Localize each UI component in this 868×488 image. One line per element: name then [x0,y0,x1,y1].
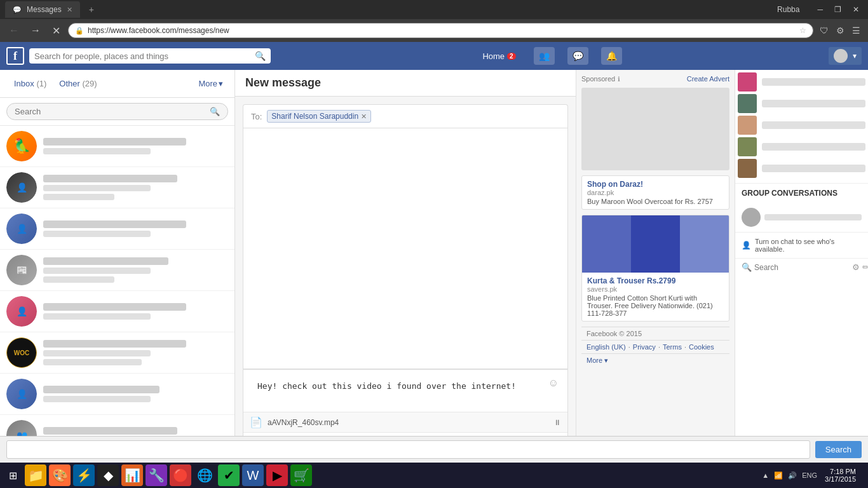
taskbar-app-word[interactable]: W [242,464,264,486]
restore-button[interactable]: ❐ [831,4,845,15]
taskbar-app-visual-studio[interactable]: 🔧 [146,464,167,486]
fb-user-menu[interactable]: ▾ [829,47,862,65]
ad-img-1 [582,215,631,273]
list-item[interactable]: 👤 [0,374,234,415]
taskbar-app-media-player[interactable]: ▶ [266,464,288,486]
browser-tab[interactable]: 💬 Messages ✕ [5,1,80,18]
minimize-button[interactable]: ─ [813,4,827,15]
start-button[interactable]: ⊞ [4,467,22,484]
ad-card-savers: Kurta & Trouser Rs.2799 savers.pk Blue P… [581,215,729,322]
footer-link-english[interactable]: English (UK) [587,343,626,351]
turn-on-chat-button[interactable]: 👤 Turn on chat to see who's available. [735,232,868,258]
sender-name [43,386,159,393]
ad-img-3 [680,215,729,273]
inbox-count: (1) [36,79,46,88]
chat-edit-icon[interactable]: ✏ [862,262,868,272]
fb-search-box[interactable]: 🔍 [29,48,271,64]
color-bar-item [738,116,865,135]
more-tab[interactable]: More ▾ [194,76,227,91]
fb-notifications-nav[interactable]: 🔔 [601,47,622,65]
sender-name [43,175,177,182]
fb-messages-nav[interactable]: 💬 [567,47,588,65]
color-text [762,143,865,151]
ad-image-strip [582,215,729,273]
taskbar-app-file-explorer[interactable]: 📁 [25,464,46,486]
chat-panel: GROUP CONVERSATIONS 👤 Turn on chat to se… [735,70,868,469]
fb-footer-more: More ▾ [581,353,729,367]
info-icon: ℹ [618,76,620,83]
list-item[interactable]: 👤 [0,291,234,332]
close-page-button[interactable]: ✕ [48,22,64,39]
tray-arrow[interactable]: ▲ [762,471,769,479]
turn-on-chat-text: Turn on chat to see who's available. [755,238,862,253]
avatar: 📰 [6,255,37,285]
ad-card-daraz: Shop on Daraz! daraz.pk Buy Maroon Wool … [581,175,729,210]
ad-title[interactable]: Shop on Daraz! [587,180,724,189]
taskbar-app-chrome[interactable]: 🌐 [194,464,215,486]
other-tab[interactable]: Other (29) [53,75,103,92]
create-advert-link[interactable]: Create Advert [687,75,729,83]
avatar: 👤 [6,172,37,203]
extensions-icon: ⚙ [834,23,847,38]
chat-search-input[interactable] [754,263,850,272]
compose-area: To: Sharif Nelson Sarapuddin ✕ Hey! chec… [235,97,576,469]
color-bar-item [738,159,865,178]
bottom-search-input[interactable] [6,440,810,459]
fb-friends-nav[interactable]: 👥 [534,47,555,65]
other-count: (29) [82,79,97,88]
inbox-tab[interactable]: Inbox (1) [8,75,53,92]
message-list: 🦜 👤 [0,126,234,469]
taskbar-app-store[interactable]: 🛒 [290,464,312,486]
recipient-tag[interactable]: Sharif Nelson Sarapuddin ✕ [267,110,371,123]
tab-close-button[interactable]: ✕ [67,6,72,14]
ad-site-2: savers.pk [587,285,724,293]
chat-search-bar: 🔍 ⚙ ✏ [735,258,868,276]
list-item[interactable]: 👤 [0,208,234,250]
taskbar-app-red[interactable]: 🔴 [170,464,191,486]
messages-sidebar: Inbox (1) Other (29) More ▾ 🔍 [0,70,235,469]
message-content [43,386,222,402]
file-icon: 📄 [250,416,262,428]
group-item[interactable] [742,205,862,229]
file-attachment: 📄 aAVNxjR_460sv.mp4 ⏸ [243,412,567,432]
sidebar-search-input[interactable] [15,107,206,116]
file-name: aAVNxjR_460sv.mp4 [268,418,548,427]
footer-link-terms[interactable]: Terms [663,343,682,351]
close-button[interactable]: ✕ [849,4,863,15]
clock-time: 7:18 PM [825,468,856,475]
list-item[interactable]: WOC [0,332,234,374]
list-item[interactable]: 📰 [0,250,234,291]
list-item[interactable]: 👤 [0,167,234,208]
footer-more-link[interactable]: More ▾ [587,356,608,365]
forward-button[interactable]: → [27,22,44,39]
new-tab-button[interactable]: + [84,2,99,17]
fb-logo: f [6,47,24,65]
color-bar-item [738,72,865,92]
list-item[interactable]: 🦜 [0,126,234,167]
ad-title-2[interactable]: Kurta & Trouser Rs.2799 [587,276,724,285]
address-bar[interactable]: 🔒 https://www.facebook.com/messages/new … [68,23,813,38]
messages-icon: 💬 [573,51,583,61]
color-text [762,165,865,172]
footer-link-privacy[interactable]: Privacy [633,343,656,351]
remove-recipient-button[interactable]: ✕ [361,112,367,121]
taskbar-app-arduino[interactable]: ⚡ [73,464,95,486]
menu-button[interactable]: ☰ [850,23,863,38]
bottom-search-button[interactable]: Search [815,441,862,458]
back-button[interactable]: ← [5,22,23,39]
user-label: Rubba [773,4,803,15]
fb-search-input[interactable] [34,51,251,61]
home-badge: 2 [507,53,516,60]
emoji-icon[interactable]: ☺ [546,375,561,391]
footer-link-cookies[interactable]: Cookies [689,343,714,351]
chat-settings-icon[interactable]: ⚙ [852,262,860,272]
message-text-input[interactable]: Hey! check out this video i found over t… [250,375,546,407]
search-icon: 🔍 [255,51,266,61]
sidebar-search-wrap[interactable]: 🔍 [6,103,228,120]
taskbar-app-green[interactable]: ✔ [218,464,240,486]
volume-icon: 🔊 [788,471,797,480]
fb-home-nav[interactable]: Home 2 [477,49,520,64]
taskbar-app-matlab[interactable]: 📊 [121,464,143,486]
taskbar-app-unity[interactable]: ◆ [97,464,119,486]
taskbar-app-paint[interactable]: 🎨 [49,464,71,486]
